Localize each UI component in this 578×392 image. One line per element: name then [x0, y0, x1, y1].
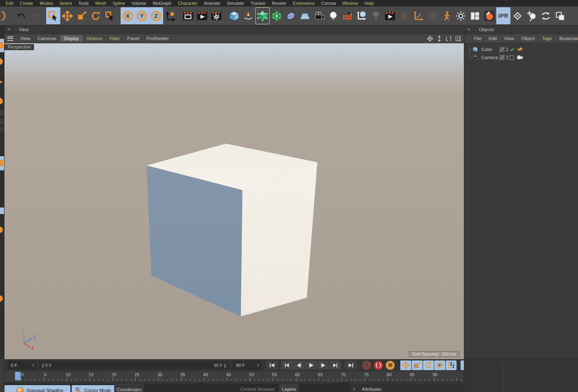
- drag-handle[interactable]: [15, 383, 195, 384]
- corona-render-button[interactable]: [482, 7, 496, 24]
- vp-menu-prorender[interactable]: ProRender: [143, 35, 173, 42]
- mograph-cloner-button[interactable]: [270, 7, 284, 24]
- layer-slash-icon[interactable]: [499, 47, 505, 52]
- x-axis-lock-button[interactable]: X: [121, 7, 135, 24]
- left-palette-partial-icon[interactable]: [0, 39, 4, 52]
- camera-toggle-icon[interactable]: [509, 55, 514, 60]
- live-selection-tool[interactable]: [46, 7, 60, 24]
- menu-tools[interactable]: Tools: [75, 0, 92, 6]
- clipped-ring-icon[interactable]: [0, 7, 14, 24]
- left-palette-partial-icon[interactable]: [0, 208, 4, 214]
- render-view-button[interactable]: [181, 7, 195, 24]
- goto-next-key-button[interactable]: [329, 360, 341, 370]
- autokey-button[interactable]: [374, 361, 383, 370]
- visibility-dots-icon[interactable]: [506, 55, 508, 60]
- left-palette-partial-icon[interactable]: [0, 156, 4, 170]
- menu-modes[interactable]: Modes: [36, 0, 56, 6]
- cursor-mode-button[interactable]: Cursor Mode: [72, 385, 117, 392]
- record-keyframe-button[interactable]: [362, 361, 371, 370]
- redo-button[interactable]: [28, 7, 42, 24]
- spinner-arrows-icon[interactable]: ▲▼: [31, 363, 36, 367]
- deformer-button[interactable]: [284, 7, 298, 24]
- orbit-view-icon[interactable]: [445, 35, 452, 42]
- enabled-check-icon[interactable]: [509, 47, 514, 52]
- vp-menu-panel[interactable]: Panel: [123, 35, 142, 42]
- visibility-dots-icon[interactable]: [506, 47, 508, 52]
- rotate-tool[interactable]: [89, 7, 103, 24]
- environment-floor-button[interactable]: [298, 7, 312, 24]
- camera-tag-icon[interactable]: [517, 55, 523, 60]
- timeline-ruler[interactable]: 306090 051015202530354045505560657075808…: [4, 371, 464, 382]
- playhead[interactable]: [15, 372, 21, 380]
- perspective-viewport[interactable]: Perspective Grid Spacing : 100 cm Y Z X: [4, 43, 464, 359]
- range-start-handle[interactable]: || 0 F: [42, 363, 52, 368]
- tab-content-browser[interactable]: Content Browser: [237, 384, 278, 392]
- vp-menu-cameras[interactable]: Cameras: [34, 35, 60, 42]
- camera-button[interactable]: [312, 7, 326, 24]
- axis-bend-button[interactable]: [411, 7, 425, 24]
- primitive-cube-button[interactable]: [227, 7, 241, 24]
- left-palette-partial-icon[interactable]: [0, 295, 4, 302]
- close-icon[interactable]: ×: [464, 27, 473, 32]
- add-light-button[interactable]: [525, 7, 539, 24]
- menu-simulate[interactable]: Simulate: [223, 0, 247, 6]
- snap-circle-button[interactable]: [425, 7, 440, 24]
- workplane-button[interactable]: [355, 7, 369, 24]
- range-end-handle[interactable]: 90 F ||: [214, 363, 226, 368]
- current-frame-spinner[interactable]: 0 F ▲▼: [8, 361, 36, 369]
- character-walk-button[interactable]: [440, 7, 454, 24]
- dolly-view-icon[interactable]: [436, 35, 443, 42]
- goto-start-button[interactable]: [266, 360, 278, 370]
- maximize-view-icon[interactable]: [455, 35, 461, 42]
- vp-menu-options[interactable]: Options: [83, 35, 106, 42]
- sun-button[interactable]: [454, 7, 468, 24]
- menu-tracker[interactable]: Tracker: [247, 0, 269, 6]
- left-palette-partial-icon[interactable]: [0, 55, 4, 68]
- menu-animate[interactable]: Animate: [201, 0, 223, 6]
- prev-frame-button[interactable]: [293, 360, 305, 370]
- hamburger-menu-icon[interactable]: [7, 36, 13, 41]
- menu-extensions[interactable]: Extensions: [290, 0, 318, 6]
- menu-corona[interactable]: Corona: [318, 0, 339, 6]
- om-menu-tags[interactable]: Tags: [538, 35, 555, 42]
- light-button[interactable]: [326, 7, 340, 24]
- corona-ipr-button[interactable]: IPR: [496, 7, 510, 24]
- om-menu-bookmarks[interactable]: Bookmarks: [556, 35, 578, 42]
- phong-tag-icon[interactable]: [517, 47, 523, 52]
- close-icon[interactable]: ×: [4, 27, 13, 32]
- shading-mode-button[interactable]: Gouraud Shading: [4, 385, 70, 392]
- swap-arrows-button[interactable]: [539, 7, 553, 24]
- goto-prev-key-button[interactable]: [281, 360, 293, 370]
- last-used-tool[interactable]: [103, 7, 117, 24]
- tab-layers[interactable]: Layers: [279, 384, 299, 392]
- drag-handle[interactable]: [206, 383, 332, 384]
- menu-volume[interactable]: Volume: [128, 0, 150, 6]
- menu-window[interactable]: Window: [339, 0, 361, 6]
- render-queue-button[interactable]: [383, 7, 397, 24]
- menu-edit[interactable]: Edit: [2, 0, 17, 6]
- close-icon[interactable]: ×: [350, 386, 359, 392]
- menu-mograph[interactable]: MoGraph: [149, 0, 174, 6]
- menu-render[interactable]: Render: [269, 0, 290, 6]
- om-menu-file[interactable]: File: [470, 35, 485, 42]
- object-row-cube[interactable]: Cube: [464, 45, 578, 53]
- menu-mesh[interactable]: Mesh: [92, 0, 109, 6]
- om-menu-edit[interactable]: Edit: [485, 35, 501, 42]
- menu-create[interactable]: Create: [17, 0, 36, 6]
- vp-menu-view[interactable]: View: [17, 35, 34, 42]
- move-tool[interactable]: [60, 7, 74, 24]
- tab-coordinates[interactable]: Coordinates: [114, 384, 144, 392]
- overlap-squares-button[interactable]: [553, 7, 567, 24]
- left-palette-strip[interactable]: ▶: [0, 25, 4, 392]
- drag-handle[interactable]: [0, 359, 4, 392]
- menu-help[interactable]: Help: [361, 0, 377, 6]
- subdivision-surface-button[interactable]: [255, 7, 270, 24]
- key-rotation-button[interactable]: [423, 360, 434, 370]
- render-picture-viewer-button[interactable]: [195, 7, 209, 24]
- menu-select[interactable]: Select: [56, 0, 75, 6]
- object-row-camera[interactable]: Camera: [464, 53, 578, 61]
- play-button[interactable]: [305, 360, 317, 370]
- layer-slash-icon[interactable]: [499, 55, 505, 60]
- material-button[interactable]: [340, 7, 355, 24]
- timeline-range-slider[interactable]: || 0 F 90 F ||: [39, 362, 229, 369]
